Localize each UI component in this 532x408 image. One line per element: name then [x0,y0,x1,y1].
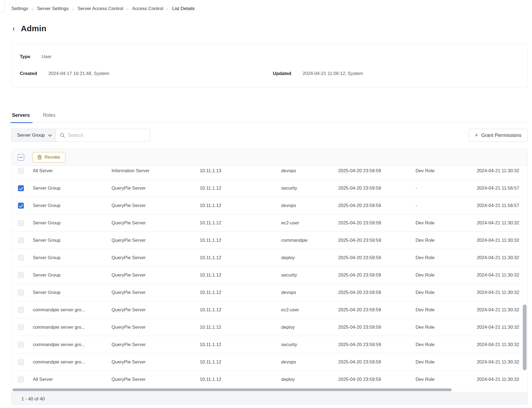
row-checkbox[interactable] [18,376,24,382]
cell-role: Dev Role [411,359,468,365]
cell-expiry: 2025-04-20 23:59:59 [334,325,411,330]
table-row[interactable]: commandpie server gro...QueryPie Server1… [12,319,521,336]
table-toolbar: Revoke [12,149,527,166]
cell-role: Dev Role [411,220,468,226]
tab-servers[interactable]: Servers [11,110,30,123]
cell-granted: 2024-04-21 11:30:32 [468,272,521,278]
breadcrumb-item-access-control[interactable]: Access Control [132,6,163,11]
cell-account: deploy [277,377,334,382]
cell-ip: 10.11.1.12 [196,377,277,382]
row-checkbox[interactable] [18,290,24,296]
cell-ip: 10.11.1.12 [196,186,277,191]
breadcrumb: Settings › Server Settings › Server Acce… [11,6,195,11]
cell-role: Dev Role [411,272,468,278]
table-row[interactable]: commandpie server gro...QueryPie Server1… [12,353,521,371]
cell-account: devops [277,203,334,208]
cell-ip: 10.11.1.12 [196,342,277,347]
row-checkbox[interactable] [18,342,24,348]
table-row[interactable]: Server GroupQueryPie Server10.11.1.12ec2… [12,214,521,232]
cell-granted: 2024-04-21 11:30:32 [468,377,521,382]
grant-permissions-button[interactable]: + Grant Permissions [468,129,528,142]
cell-name: Server Group [30,203,107,208]
search-category-label: Server Group [17,133,45,138]
row-checkbox[interactable] [18,220,24,226]
cell-server: QueryPie Server [107,307,196,313]
row-checkbox-cell [12,168,30,174]
horizontal-scrollbar[interactable] [12,388,452,391]
cell-expiry: 2025-04-20 23:59:59 [334,359,411,365]
cell-granted: 2024-04-21 11:56:57 [468,186,521,191]
cell-account: ec2-user [277,307,334,313]
horizontal-scrollbar-track [12,388,527,392]
cell-name: Server Group [30,220,107,226]
cell-expiry: 2025-04-20 23:59:59 [334,168,411,174]
search-filter-control: Server Group [11,129,150,142]
cell-granted: 2024-04-21 11:30:32 [468,168,521,174]
table-row[interactable]: Server GroupQueryPie Server10.11.1.12dev… [12,284,521,301]
cell-ip: 10.11.1.12 [196,307,277,313]
cell-expiry: 2025-04-20 23:59:59 [334,238,411,243]
cell-account: security [277,186,334,191]
cell-name: Server Group [30,186,107,191]
row-checkbox[interactable] [18,324,24,330]
search-category-select[interactable]: Server Group [12,129,56,142]
permissions-table: Revoke All ServerInformation Server10.11… [11,149,528,405]
cell-granted: 2024-04-21 11:30:32 [468,238,521,243]
table-row[interactable]: commandpie server gro...QueryPie Server1… [12,301,521,319]
table-row[interactable]: commandpie server gro...QueryPie Server1… [12,336,521,353]
table-row[interactable]: All ServerQueryPie Server10.11.1.12deplo… [12,371,521,388]
row-checkbox-cell [12,272,30,278]
table-row[interactable]: Server GroupQueryPie Server10.11.1.12sec… [12,266,521,284]
cell-granted: 2024-04-21 11:30:32 [468,290,521,295]
table-row[interactable]: All ServerInformation Server10.11.1.13de… [12,166,521,180]
cell-role: Dev Role [411,168,468,174]
breadcrumb-item-server-access-control[interactable]: Server Access Control [78,6,123,11]
cell-server: QueryPie Server [107,290,196,295]
table-row[interactable]: Server GroupQueryPie Server10.11.1.12com… [12,232,521,249]
select-all-checkbox[interactable] [18,154,24,161]
back-button[interactable]: ‹ [11,24,16,33]
panel-corner-decoration [0,0,5,13]
cell-account: security [277,272,334,278]
vertical-scrollbar[interactable] [523,305,527,370]
tab-roles[interactable]: Roles [42,110,56,123]
cell-name: Server Group [30,238,107,243]
search-input[interactable] [68,133,146,138]
cell-name: commandpie server gro... [30,307,107,313]
row-checkbox-cell [12,185,30,191]
breadcrumb-separator-icon: › [32,7,33,11]
cell-ip: 10.11.1.12 [196,325,277,330]
created-value: 2024-04-17 16:21:48, System [48,71,109,76]
row-checkbox-cell [12,203,30,209]
revoke-button[interactable]: Revoke [32,152,65,162]
updated-field: Updated 2024-04-21 11:06:12, System [270,71,519,76]
chevron-down-icon [48,133,52,137]
cell-ip: 10.11.1.12 [196,359,277,365]
breadcrumb-item-settings[interactable]: Settings [11,6,28,11]
table-row[interactable]: Server GroupQueryPie Server10.11.1.12dep… [12,249,521,266]
breadcrumb-separator-icon: › [72,7,74,11]
breadcrumb-item-server-settings[interactable]: Server Settings [37,6,68,11]
row-checkbox[interactable] [18,203,24,209]
table-row[interactable]: Server GroupQueryPie Server10.11.1.12dev… [12,197,521,214]
row-checkbox[interactable] [18,168,24,174]
table-row[interactable]: Server GroupQueryPie Server10.11.1.12sec… [12,180,521,197]
created-label: Created [20,71,37,76]
cell-role: Dev Role [411,325,468,330]
cell-server: QueryPie Server [107,203,196,208]
row-checkbox[interactable] [18,237,24,243]
row-checkbox[interactable] [18,359,24,365]
updated-value: 2024-04-21 11:06:12, System [303,71,363,76]
cell-ip: 10.11.1.12 [196,220,277,226]
row-checkbox[interactable] [18,307,24,313]
pagination-bar: 1 - 40 of 40 [12,392,527,405]
row-checkbox[interactable] [18,185,24,191]
row-checkbox[interactable] [18,272,24,278]
tab-roles-label: Roles [43,112,55,118]
cell-expiry: 2025-04-20 23:59:59 [334,377,411,382]
cell-role: Dev Role [411,255,468,261]
cell-granted: 2024-04-21 11:30:32 [468,220,521,226]
row-checkbox[interactable] [18,255,24,261]
cell-granted: 2024-04-21 11:56:57 [468,203,521,208]
cell-granted: 2024-04-21 11:30:32 [468,359,521,365]
